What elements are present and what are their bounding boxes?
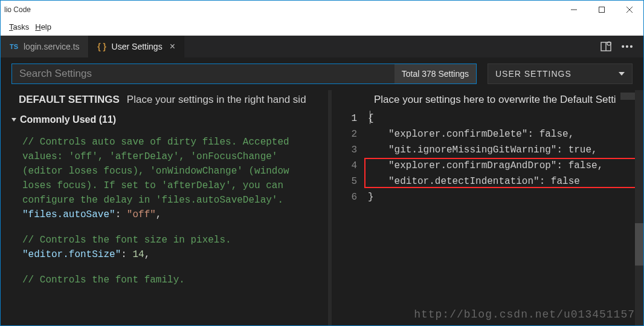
tab-label: login.service.ts [24,42,80,51]
comment-line: // Controls the font family. [22,275,185,285]
settings-split: DEFAULT SETTINGS Place your settings in … [1,90,643,326]
scrollbar[interactable] [635,90,643,326]
default-settings-heading: DEFAULT SETTINGS [19,94,120,106]
section-label: Commonly Used (11) [20,114,116,125]
line-number: 5 [332,174,357,189]
line-number: 6 [332,189,357,205]
window-titlebar: lio Code [1,1,643,19]
setting-value: false [539,129,568,140]
chevron-down-icon [619,72,625,76]
comment-line: (editor loses focus), 'onWindowChange' (… [22,166,289,177]
setting-editor-fontfamily: // Controls the font family. [22,273,326,287]
tab-user-settings[interactable]: { } User Settings × [89,36,184,57]
setting-value: "off" [127,209,156,220]
setting-key: "git.ignoreMissingGitWarning" [388,145,556,155]
svg-rect-1 [599,7,605,13]
brace-open: { [368,113,374,124]
menu-help[interactable]: Help [35,22,51,31]
comma: , [144,249,150,260]
tab-login-service[interactable]: TS login.service.ts [1,36,89,57]
user-settings-heading: Place your settings here to overwrite th… [332,90,643,111]
comma: , [156,209,162,220]
default-settings-pane: DEFAULT SETTINGS Place your settings in … [1,90,332,326]
line-number-gutter: 1 2 3 4 5 6 [332,111,368,205]
line-number: 4 [332,158,357,174]
setting-key: "files.autoSave" [22,209,115,220]
split-editor-icon[interactable] [600,41,612,53]
line-number: 2 [332,126,357,142]
settings-total-badge: Total 378 Settings [394,64,476,83]
tab-bar: TS login.service.ts { } User Settings × … [1,36,643,57]
minimize-button[interactable] [560,1,588,19]
scrollbar-thumb[interactable] [635,223,643,266]
setting-value: false [551,176,580,187]
search-input[interactable] [12,68,394,80]
cursor [370,111,370,124]
default-settings-subheading: Place your settings in the right hand si… [127,94,306,106]
setting-files-autosave: // Controls auto save of dirty files. Ac… [22,135,326,222]
window-controls [560,1,643,19]
comment-line: // Controls auto save of dirty files. Ac… [22,137,289,148]
menu-bar: Tasks Help [1,19,643,36]
more-actions-icon[interactable]: ••• [622,41,634,53]
comment-line: values: 'off', 'afterDelay', 'onFocusCha… [22,151,277,162]
chevron-down-icon [11,118,16,122]
comment-line: loses focus). If set to 'afterDelay', yo… [22,180,283,191]
menu-tasks[interactable]: Tasks [9,22,29,31]
typescript-icon: TS [9,42,19,51]
brace-close: } [368,192,374,203]
close-button[interactable] [616,1,643,19]
setting-editor-fontsize: // Controls the font size in pixels. "ed… [22,233,326,262]
braces-icon: { } [97,42,107,51]
comment-line: configure the delay in 'files.autoSaveDe… [22,195,283,206]
watermark: http://blog.csdn.net/u013451157 [414,308,635,321]
maximize-button[interactable] [588,1,616,19]
line-number: 3 [332,142,357,158]
close-tab-icon[interactable]: × [170,42,175,51]
tabbar-actions: ••• [600,36,643,57]
setting-key: "editor.detectIndentation" [388,176,539,187]
setting-value: true [568,145,591,155]
tabs: TS login.service.ts { } User Settings × [1,36,184,57]
default-settings-heading-row: DEFAULT SETTINGS Place your settings in … [4,90,332,114]
settings-search-row: Total 378 Settings USER SETTINGS [1,57,643,90]
default-settings-code: // Controls auto save of dirty files. Ac… [4,135,332,287]
section-commonly-used[interactable]: Commonly Used (11) [4,114,332,125]
setting-value: 14 [132,249,144,260]
settings-search-wrap: Total 378 Settings [11,64,477,84]
setting-key: "explorer.confirmDragAndDrop" [388,160,556,171]
settings-scope-select[interactable]: USER SETTINGS [488,64,633,84]
setting-key: "explorer.confirmDelete" [388,129,527,140]
line-number: 1 [332,111,357,126]
settings-scope-label: USER SETTINGS [495,69,572,79]
tab-label: User Settings [112,42,163,51]
window-title: lio Code [4,5,31,14]
setting-key: "editor.fontSize" [22,249,121,260]
comment-line: // Controls the font size in pixels. [22,235,231,246]
user-settings-editor[interactable]: 1 2 3 4 5 6 { "explorer.confirmDelete": … [332,111,643,205]
user-settings-pane: Place your settings here to overwrite th… [332,90,643,326]
setting-value: false [568,160,597,171]
code-lines[interactable]: { "explorer.confirmDelete": false, "git.… [368,111,643,205]
